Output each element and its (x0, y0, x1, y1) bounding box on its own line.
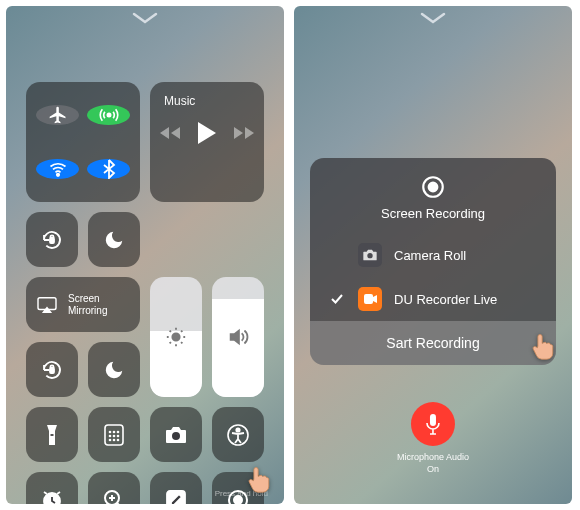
screen-mirroring-button[interactable]: Screen Mirroring (26, 277, 140, 332)
rotation-lock-2-button[interactable] (26, 342, 78, 397)
svg-point-10 (117, 430, 120, 433)
svg-point-0 (107, 113, 110, 116)
svg-rect-5 (50, 368, 54, 373)
recording-card: Screen Recording Camera Roll DU Recorder… (310, 158, 556, 365)
chevron-down-icon[interactable] (420, 12, 446, 30)
start-recording-button[interactable]: Sart Recording (310, 321, 556, 365)
do-not-disturb-button[interactable] (88, 212, 140, 267)
chevron-down-icon[interactable] (132, 12, 158, 30)
start-recording-label: Sart Recording (386, 335, 479, 351)
svg-point-11 (109, 434, 112, 437)
svg-rect-6 (51, 434, 54, 436)
magnifier-button[interactable] (88, 472, 140, 504)
volume-slider[interactable] (212, 277, 264, 397)
svg-point-16 (117, 438, 120, 441)
pointer-hand-icon (526, 329, 556, 363)
svg-point-27 (367, 253, 372, 258)
accessibility-button[interactable] (212, 407, 264, 462)
forward-icon[interactable] (234, 127, 254, 139)
destination-label: DU Recorder Live (394, 292, 497, 307)
connectivity-group (26, 82, 140, 202)
svg-point-4 (172, 333, 179, 340)
camera-button[interactable] (150, 407, 202, 462)
alarm-button[interactable] (26, 472, 78, 504)
svg-rect-29 (430, 414, 436, 426)
svg-point-19 (236, 428, 240, 432)
music-title: Music (164, 94, 195, 108)
wifi-button[interactable] (36, 159, 79, 179)
brightness-slider[interactable] (150, 277, 202, 397)
camera-roll-icon (358, 243, 382, 267)
volume-icon (227, 326, 249, 348)
microphone-icon (411, 402, 455, 446)
microphone-label: Microphone Audio (397, 452, 469, 464)
svg-point-1 (56, 174, 59, 177)
music-widget[interactable]: Music (150, 82, 264, 202)
bluetooth-button[interactable] (87, 159, 130, 179)
svg-point-26 (429, 183, 438, 192)
microphone-toggle[interactable]: Microphone Audio On (397, 402, 469, 475)
control-center-panel: Music Screen Mirroring (6, 6, 284, 504)
destination-du-recorder[interactable]: DU Recorder Live (310, 277, 556, 321)
notes-button[interactable] (150, 472, 202, 504)
pointer-hand-icon (242, 462, 276, 496)
rewind-icon[interactable] (160, 127, 180, 139)
checkmark-icon (328, 292, 346, 306)
svg-point-8 (109, 430, 112, 433)
cellular-data-button[interactable] (87, 105, 130, 125)
svg-point-15 (113, 438, 116, 441)
recording-card-title: Screen Recording (381, 206, 485, 221)
airplane-mode-button[interactable] (36, 105, 79, 125)
brightness-icon (165, 326, 187, 348)
play-icon[interactable] (198, 122, 216, 144)
svg-point-9 (113, 430, 116, 433)
record-icon (420, 174, 446, 200)
svg-rect-2 (50, 238, 54, 243)
svg-point-13 (117, 434, 120, 437)
calculator-button[interactable] (88, 407, 140, 462)
svg-point-12 (113, 434, 116, 437)
screen-mirroring-label: Screen Mirroring (68, 293, 107, 316)
do-not-disturb-2-button[interactable] (88, 342, 140, 397)
rotation-lock-button[interactable] (26, 212, 78, 267)
destination-camera-roll[interactable]: Camera Roll (310, 233, 556, 277)
screen-recording-panel: Screen Recording Camera Roll DU Recorder… (294, 6, 572, 504)
flashlight-button[interactable] (26, 407, 78, 462)
svg-rect-28 (364, 294, 373, 304)
du-recorder-icon (358, 287, 382, 311)
airplay-icon (36, 296, 58, 314)
destination-label: Camera Roll (394, 248, 466, 263)
microphone-state: On (397, 464, 469, 476)
svg-point-14 (109, 438, 112, 441)
svg-point-17 (172, 432, 180, 440)
